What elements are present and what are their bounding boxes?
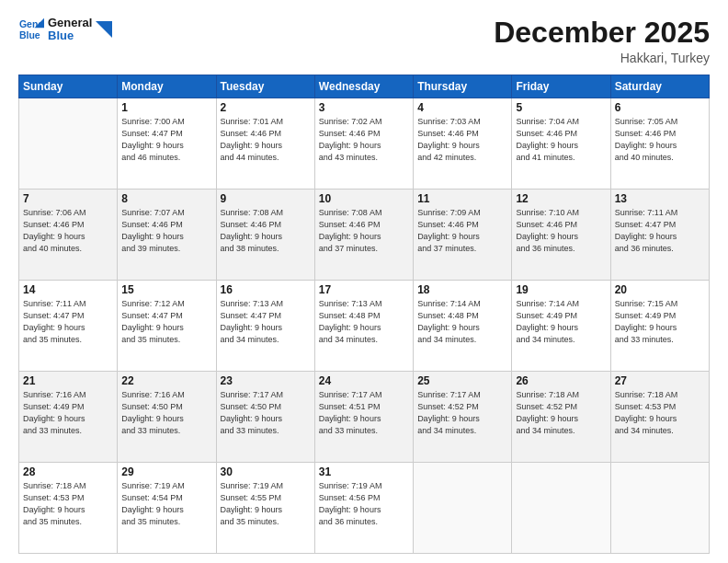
day-number: 17 [319, 283, 409, 296]
calendar-cell: 29Sunrise: 7:19 AMSunset: 4:54 PMDayligh… [118, 463, 216, 554]
day-info: Sunrise: 7:18 AMSunset: 4:53 PMDaylight:… [23, 480, 113, 528]
day-info: Sunrise: 7:03 AMSunset: 4:46 PMDaylight:… [417, 116, 507, 164]
day-info: Sunrise: 7:06 AMSunset: 4:46 PMDaylight:… [23, 207, 113, 255]
day-number: 23 [221, 374, 311, 387]
day-of-week-header: Friday [512, 75, 610, 98]
day-number: 5 [516, 101, 606, 114]
calendar-cell: 11Sunrise: 7:09 AMSunset: 4:46 PMDayligh… [414, 190, 512, 281]
calendar-cell: 23Sunrise: 7:17 AMSunset: 4:50 PMDayligh… [216, 372, 314, 463]
day-number: 14 [23, 283, 113, 296]
calendar-cell [512, 463, 610, 554]
day-info: Sunrise: 7:07 AMSunset: 4:46 PMDaylight:… [121, 207, 211, 255]
day-info: Sunrise: 7:15 AMSunset: 4:49 PMDaylight:… [615, 298, 705, 346]
calendar-cell: 13Sunrise: 7:11 AMSunset: 4:47 PMDayligh… [610, 190, 709, 281]
day-number: 30 [221, 465, 311, 478]
day-info: Sunrise: 7:09 AMSunset: 4:46 PMDaylight:… [417, 207, 507, 255]
day-info: Sunrise: 7:10 AMSunset: 4:46 PMDaylight:… [516, 207, 606, 255]
month-title: December 2025 [494, 17, 710, 49]
day-number: 4 [417, 101, 507, 114]
day-of-week-header: Wednesday [314, 75, 413, 98]
day-info: Sunrise: 7:12 AMSunset: 4:47 PMDaylight:… [121, 298, 211, 346]
day-number: 22 [121, 374, 211, 387]
day-info: Sunrise: 7:13 AMSunset: 4:48 PMDaylight:… [319, 298, 409, 346]
day-info: Sunrise: 7:05 AMSunset: 4:46 PMDaylight:… [615, 116, 705, 164]
calendar-cell: 2Sunrise: 7:01 AMSunset: 4:46 PMDaylight… [216, 98, 314, 190]
day-info: Sunrise: 7:19 AMSunset: 4:54 PMDaylight:… [121, 480, 211, 528]
day-number: 18 [417, 283, 507, 296]
day-number: 29 [121, 465, 211, 478]
logo-text: General [48, 17, 92, 29]
calendar-cell: 30Sunrise: 7:19 AMSunset: 4:55 PMDayligh… [216, 463, 314, 554]
calendar-cell: 28Sunrise: 7:18 AMSunset: 4:53 PMDayligh… [19, 463, 118, 554]
day-of-week-header: Monday [118, 75, 216, 98]
calendar-cell: 6Sunrise: 7:05 AMSunset: 4:46 PMDaylight… [610, 98, 709, 190]
day-of-week-header: Thursday [414, 75, 512, 98]
day-number: 6 [615, 101, 705, 114]
title-block: December 2025 Hakkari, Turkey [494, 17, 710, 65]
calendar-cell [414, 463, 512, 554]
calendar-cell: 8Sunrise: 7:07 AMSunset: 4:46 PMDaylight… [118, 190, 216, 281]
day-info: Sunrise: 7:08 AMSunset: 4:46 PMDaylight:… [221, 207, 311, 255]
day-info: Sunrise: 7:16 AMSunset: 4:49 PMDaylight:… [23, 389, 113, 437]
day-info: Sunrise: 7:17 AMSunset: 4:50 PMDaylight:… [221, 389, 311, 437]
calendar-cell: 25Sunrise: 7:17 AMSunset: 4:52 PMDayligh… [414, 372, 512, 463]
day-number: 26 [516, 374, 606, 387]
day-info: Sunrise: 7:17 AMSunset: 4:52 PMDaylight:… [417, 389, 507, 437]
logo: General Blue General Blue [18, 17, 112, 43]
day-info: Sunrise: 7:01 AMSunset: 4:46 PMDaylight:… [221, 116, 311, 164]
day-number: 19 [516, 283, 606, 296]
day-info: Sunrise: 7:02 AMSunset: 4:46 PMDaylight:… [319, 116, 409, 164]
calendar-cell: 1Sunrise: 7:00 AMSunset: 4:47 PMDaylight… [118, 98, 216, 190]
day-number: 15 [121, 283, 211, 296]
day-info: Sunrise: 7:18 AMSunset: 4:53 PMDaylight:… [615, 389, 705, 437]
day-number: 21 [23, 374, 113, 387]
calendar-cell: 16Sunrise: 7:13 AMSunset: 4:47 PMDayligh… [216, 281, 314, 372]
logo-arrow-icon [96, 21, 112, 38]
calendar-cell: 4Sunrise: 7:03 AMSunset: 4:46 PMDaylight… [414, 98, 512, 190]
day-info: Sunrise: 7:11 AMSunset: 4:47 PMDaylight:… [615, 207, 705, 255]
day-info: Sunrise: 7:17 AMSunset: 4:51 PMDaylight:… [319, 389, 409, 437]
day-number: 16 [221, 283, 311, 296]
page: General Blue General Blue December 2025 … [0, 0, 728, 563]
day-number: 27 [615, 374, 705, 387]
day-number: 1 [121, 101, 211, 114]
calendar-cell: 19Sunrise: 7:14 AMSunset: 4:49 PMDayligh… [512, 281, 610, 372]
calendar-cell: 9Sunrise: 7:08 AMSunset: 4:46 PMDaylight… [216, 190, 314, 281]
calendar-cell [19, 98, 118, 190]
calendar-cell: 5Sunrise: 7:04 AMSunset: 4:46 PMDaylight… [512, 98, 610, 190]
calendar-cell: 15Sunrise: 7:12 AMSunset: 4:47 PMDayligh… [118, 281, 216, 372]
day-number: 10 [319, 192, 409, 205]
day-number: 3 [319, 101, 409, 114]
day-number: 28 [23, 465, 113, 478]
day-info: Sunrise: 7:14 AMSunset: 4:48 PMDaylight:… [417, 298, 507, 346]
day-number: 12 [516, 192, 606, 205]
day-number: 13 [615, 192, 705, 205]
day-number: 20 [615, 283, 705, 296]
calendar-cell: 18Sunrise: 7:14 AMSunset: 4:48 PMDayligh… [414, 281, 512, 372]
day-of-week-header: Saturday [610, 75, 709, 98]
day-info: Sunrise: 7:18 AMSunset: 4:52 PMDaylight:… [516, 389, 606, 437]
location-subtitle: Hakkari, Turkey [494, 51, 710, 65]
day-info: Sunrise: 7:08 AMSunset: 4:46 PMDaylight:… [319, 207, 409, 255]
header: General Blue General Blue December 2025 … [18, 17, 710, 65]
day-number: 8 [121, 192, 211, 205]
day-of-week-header: Tuesday [216, 75, 314, 98]
calendar-table: SundayMondayTuesdayWednesdayThursdayFrid… [18, 75, 710, 554]
day-info: Sunrise: 7:16 AMSunset: 4:50 PMDaylight:… [121, 389, 211, 437]
calendar-cell: 27Sunrise: 7:18 AMSunset: 4:53 PMDayligh… [610, 372, 709, 463]
day-number: 2 [221, 101, 311, 114]
logo-icon: General Blue [18, 17, 44, 42]
calendar-cell: 31Sunrise: 7:19 AMSunset: 4:56 PMDayligh… [314, 463, 413, 554]
day-info: Sunrise: 7:19 AMSunset: 4:56 PMDaylight:… [319, 480, 409, 528]
calendar-cell: 7Sunrise: 7:06 AMSunset: 4:46 PMDaylight… [19, 190, 118, 281]
day-number: 9 [221, 192, 311, 205]
calendar-cell: 22Sunrise: 7:16 AMSunset: 4:50 PMDayligh… [118, 372, 216, 463]
day-number: 24 [319, 374, 409, 387]
calendar-cell: 20Sunrise: 7:15 AMSunset: 4:49 PMDayligh… [610, 281, 709, 372]
day-number: 7 [23, 192, 113, 205]
calendar-cell [610, 463, 709, 554]
day-number: 11 [417, 192, 507, 205]
svg-marker-3 [96, 21, 112, 38]
calendar-cell: 24Sunrise: 7:17 AMSunset: 4:51 PMDayligh… [314, 372, 413, 463]
day-info: Sunrise: 7:00 AMSunset: 4:47 PMDaylight:… [121, 116, 211, 164]
